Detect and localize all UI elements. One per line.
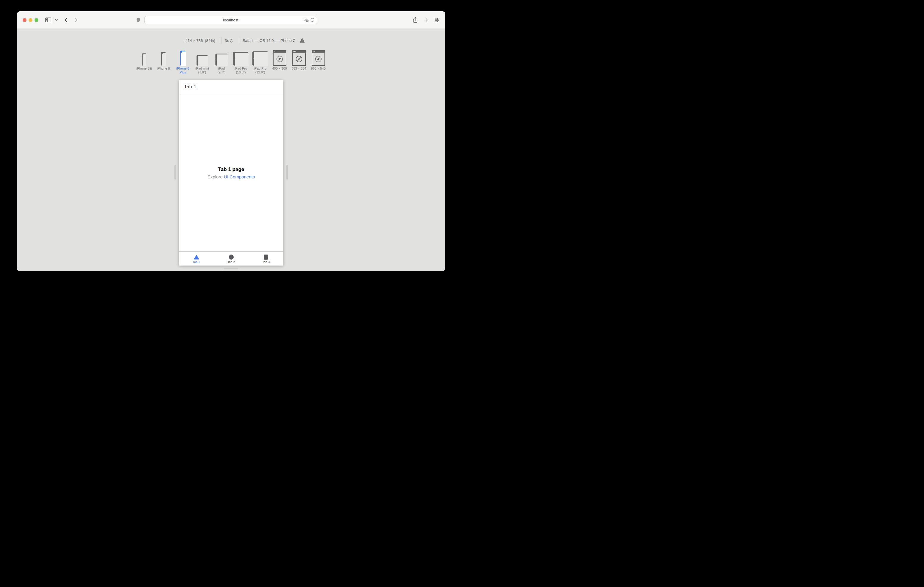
page-title: Tab 1 page (218, 166, 244, 173)
share-button[interactable] (413, 11, 417, 28)
sidebar-toggle-button[interactable] (45, 11, 51, 28)
pixel-ratio-popup[interactable]: 3x (225, 38, 233, 43)
ui-components-link[interactable]: UI Components (224, 174, 255, 179)
device-ipad-mini[interactable]: iPad mini(7.9") (195, 50, 210, 74)
zoom-window-button[interactable] (35, 18, 38, 22)
ipad-icon (196, 55, 208, 66)
responsive-design-mode-area: 414 × 736 (84%) 3x Safari — iOS 14.0 — i… (17, 29, 446, 271)
viewport-info-row: 414 × 736 (84%) 3x Safari — iOS 14.0 — i… (185, 38, 305, 43)
browser-window-icon (292, 50, 306, 66)
device-ipad-pro-12[interactable]: iPad Pro(12.9") (252, 50, 268, 74)
url-text: localhost (223, 18, 238, 22)
address-bar[interactable]: localhost A (144, 16, 317, 24)
resize-handle-bottom[interactable] (224, 268, 238, 270)
triangle-icon (194, 254, 199, 260)
updown-chevrons-icon (293, 38, 295, 43)
new-tab-icon (424, 18, 428, 22)
device-iphone-8-plus[interactable]: iPhone 8Plus (175, 50, 190, 74)
privacy-shield-icon[interactable] (136, 18, 140, 22)
ipad-icon (252, 51, 268, 66)
preview-nav-title: Tab 1 (184, 84, 196, 90)
desktop-background: localhost A (0, 0, 462, 294)
browser-window-icon (273, 50, 286, 66)
viewport-dimensions: 414 × 736 (185, 38, 203, 43)
device-ipad[interactable]: iPad(9.7") (214, 50, 229, 74)
sidebar-toggle-icon (45, 18, 51, 22)
info-divider (221, 37, 221, 44)
sidebar-menu-button[interactable] (55, 11, 58, 28)
square-icon (264, 254, 268, 260)
tab-3[interactable]: Tab 3 (249, 252, 284, 266)
browser-toolbar: localhost A (17, 11, 446, 29)
back-button[interactable] (64, 11, 67, 28)
forward-icon (75, 18, 78, 22)
device-custom-400x300[interactable]: 400 × 300 (272, 50, 287, 74)
device-ipad-pro-10[interactable]: iPad Pro(10.5") (233, 50, 249, 74)
warning-icon[interactable] (299, 38, 305, 43)
ipad-icon (233, 52, 249, 66)
close-window-button[interactable] (23, 18, 26, 22)
tab-1[interactable]: Tab 1 (179, 252, 214, 266)
device-iphone-8[interactable]: iPhone 8 (156, 50, 171, 74)
device-iphone-se[interactable]: iPhone SE (136, 50, 152, 74)
forward-button[interactable] (75, 11, 78, 28)
traffic-lights (23, 18, 38, 22)
chevron-down-icon (55, 19, 58, 21)
back-icon (64, 18, 67, 22)
iphone-icon (161, 52, 166, 66)
device-custom-960x540[interactable]: 960 × 540 (310, 50, 326, 74)
ipad-icon (215, 54, 228, 66)
tab-overview-icon (435, 18, 439, 22)
preview-page-content: Tab 1 page Explore UI Components (179, 94, 284, 251)
device-preview-viewport: Tab 1 Tab 1 page Explore UI Components (179, 80, 284, 266)
updown-chevrons-icon (230, 38, 233, 43)
translate-icon[interactable]: A (304, 18, 309, 22)
circle-icon (229, 254, 234, 260)
minimize-window-button[interactable] (28, 18, 33, 22)
new-tab-button[interactable] (424, 11, 428, 28)
tab-overview-button[interactable] (435, 11, 439, 28)
iphone-icon (142, 53, 146, 66)
resize-handle-left[interactable] (175, 165, 176, 179)
viewport-zoom-percent: (84%) (205, 38, 215, 43)
iphone-icon (180, 51, 186, 66)
tab-2[interactable]: Tab 2 (214, 252, 249, 266)
info-divider (239, 37, 239, 44)
safari-window: localhost A (17, 11, 446, 271)
resize-handle-right[interactable] (286, 165, 288, 179)
user-agent-popup[interactable]: Safari — iOS 14.0 — iPhone (243, 38, 295, 43)
preview-tab-bar: Tab 1 Tab 2 Tab 3 (179, 251, 284, 266)
reload-icon[interactable] (310, 18, 315, 22)
share-icon (413, 17, 417, 23)
device-selector-row: iPhone SE iPhone 8 (17, 50, 446, 74)
page-subtitle: Explore UI Components (208, 174, 255, 179)
viewport-size[interactable]: 414 × 736 (84%) (185, 38, 215, 43)
browser-window-icon (312, 50, 325, 66)
preview-nav-bar: Tab 1 (179, 80, 284, 94)
device-custom-683x384[interactable]: 683 × 384 (291, 50, 307, 74)
